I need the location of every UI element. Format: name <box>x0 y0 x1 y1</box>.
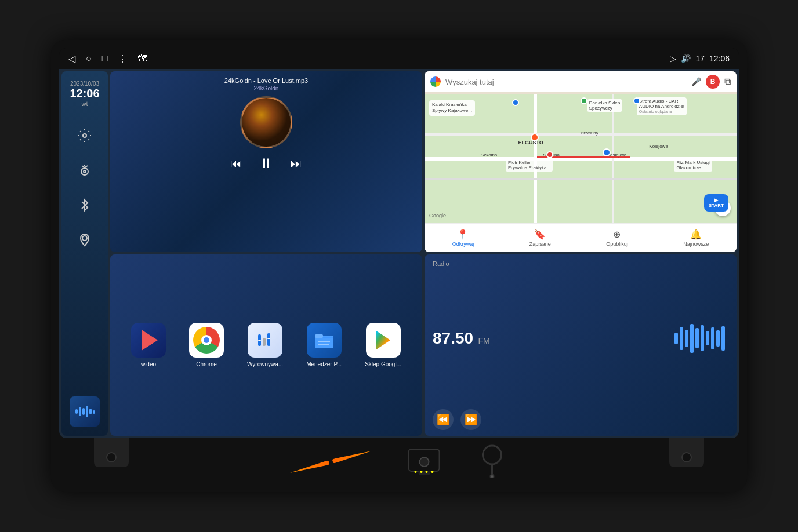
map-label-strefa: Strefa Audio - CARAUDIO na Androidzie!Os… <box>637 97 687 115</box>
map-pin-2 <box>581 97 587 104</box>
map-footer-najnowsze[interactable]: 🔔 Najnowsze <box>683 229 709 247</box>
map-search-bar[interactable]: 🎤 B ⧉ <box>425 71 737 92</box>
sound-wave-visualization <box>670 321 728 356</box>
map-pin-piotr <box>546 151 553 158</box>
app-chrome[interactable]: Chrome <box>189 323 224 367</box>
music-artist: 24kGoldn <box>254 85 279 92</box>
pause-button[interactable]: ⏸ <box>257 154 275 173</box>
svg-rect-10 <box>93 410 95 414</box>
map-footer-opublikuj[interactable]: ⊕ Opublikuj <box>606 229 628 247</box>
settings-button[interactable] <box>71 122 99 150</box>
radio-title: Radio <box>433 260 728 267</box>
google-logo: Google <box>429 213 446 218</box>
app-play-store[interactable]: Sklep Googl... <box>365 323 401 367</box>
map-label-brzeziny: Brzeziny <box>581 130 598 136</box>
audio-visualizer-button[interactable] <box>70 396 100 427</box>
playstore-app-icon <box>366 323 401 358</box>
svg-rect-13 <box>267 333 270 346</box>
app-file-manager[interactable]: Menedżer P... <box>306 323 342 367</box>
map-label-szkolna1: Szkolna <box>481 152 497 158</box>
svg-rect-5 <box>75 409 78 414</box>
backup-camera <box>408 449 440 475</box>
camera-lens <box>419 457 429 467</box>
google-maps-icon <box>430 76 441 87</box>
svg-point-4 <box>82 236 87 241</box>
radio-main: 87.50 FM <box>433 272 728 404</box>
svg-rect-9 <box>89 409 92 414</box>
sidebar-date: 2023/10/03 <box>64 81 106 87</box>
main-content: 2023/10/03 12:06 wt <box>59 69 739 438</box>
file-manager-app-label: Menedżer P... <box>306 361 342 367</box>
map-pin-krasiejow <box>603 148 611 156</box>
map-label-elgusto: ELGUSTO <box>518 140 543 145</box>
equalizer-app-icon <box>248 323 282 358</box>
folder-app-icon <box>307 323 342 358</box>
wave-bar-9 <box>716 330 720 347</box>
nav-buttons: ◁ ○ □ ⋮ 🗺 <box>68 53 147 64</box>
prev-track-button[interactable]: ⏮ <box>227 154 245 173</box>
volume-icon: 🔊 <box>681 54 691 63</box>
accessories <box>289 443 510 480</box>
radio-button[interactable] <box>71 156 99 184</box>
user-avatar[interactable]: B <box>706 75 720 89</box>
next-track-button[interactable]: ⏭ <box>287 154 306 173</box>
mic-icon[interactable]: 🎤 <box>691 77 701 86</box>
album-art <box>240 96 292 148</box>
home-button[interactable]: ○ <box>86 53 92 64</box>
wave-bar-5 <box>695 328 699 348</box>
pry-tool-1 <box>289 460 330 475</box>
wave-bar-3 <box>685 330 688 347</box>
radio-controls: ⏪ ⏩ <box>433 409 728 430</box>
google-maps[interactable]: 🎤 B ⧉ Kajaki Krasieńka -Spływy Kajakowe <box>425 71 737 252</box>
status-indicators: ▷ 🔊 17 12:06 <box>670 54 730 63</box>
frequency-number: 87.50 <box>433 329 473 347</box>
location-button[interactable] <box>71 226 99 254</box>
right-bracket <box>669 438 704 467</box>
start-navigation-button[interactable]: ▶ START <box>704 194 728 212</box>
playstore-app-label: Sklep Googl... <box>365 361 401 367</box>
layers-icon[interactable]: ⧉ <box>724 76 731 87</box>
map-label-kolejowa: Kolejowa <box>649 144 668 149</box>
map-footer-odkrywaj[interactable]: 📍 Odkrywaj <box>452 229 474 247</box>
map-pin-1 <box>512 99 519 106</box>
frequency-band: FM <box>478 336 490 345</box>
svg-rect-8 <box>86 406 88 417</box>
recent-button[interactable]: □ <box>102 53 108 64</box>
sidebar-day: wt <box>64 100 106 107</box>
maps-nav-button[interactable]: 🗺 <box>137 53 147 64</box>
horizontal-road-3 <box>425 178 737 180</box>
wave-bar-6 <box>701 325 704 351</box>
camera-leds <box>413 471 436 473</box>
bluetooth-button[interactable] <box>71 191 99 219</box>
map-label-danielka: Danielka SklepSpożywczy <box>587 99 622 112</box>
radio-panel: Radio 87.50 FM <box>425 254 737 435</box>
music-player: 24kGoldn - Love Or Lust.mp3 24kGoldn ⏮ ⏸… <box>110 71 422 252</box>
wave-bar-8 <box>711 327 714 349</box>
app-equalizer[interactable]: Wyrównywa... <box>247 323 283 367</box>
time-display: 12:06 <box>709 54 730 63</box>
volume-level: 17 <box>695 54 705 63</box>
car-head-unit: ◁ ○ □ ⋮ 🗺 ▷ 🔊 17 12:06 2023/10/03 12:06 … <box>51 40 747 492</box>
app-video[interactable]: wideo <box>131 323 166 367</box>
map-footer-zapisane[interactable]: 🔖 Zapisane <box>529 229 551 247</box>
radio-rewind-button[interactable]: ⏪ <box>433 409 454 430</box>
back-button[interactable]: ◁ <box>68 53 75 64</box>
map-pin-elgusto <box>531 133 539 141</box>
left-bracket <box>94 438 129 467</box>
pry-tools <box>289 449 372 475</box>
map-view[interactable]: Kajaki Krasieńka -Spływy Kajakowe... Dan… <box>425 94 737 223</box>
wave-bar-1 <box>674 333 678 344</box>
svg-rect-17 <box>315 334 323 338</box>
map-label-piotr: Piotr KellerPrywatna Praktyka... <box>506 159 553 172</box>
svg-rect-15 <box>267 338 270 339</box>
radio-forward-button[interactable]: ⏩ <box>460 409 481 430</box>
wave-bar-7 <box>706 331 709 345</box>
svg-rect-12 <box>263 338 266 346</box>
screen: ◁ ○ □ ⋮ 🗺 ▷ 🔊 17 12:06 2023/10/03 12:06 … <box>59 48 739 438</box>
wave-bar-2 <box>680 327 683 350</box>
sidebar-datetime: 2023/10/03 12:06 wt <box>61 76 108 112</box>
wifi-icon: ▷ <box>670 54 676 63</box>
map-search-input[interactable] <box>445 78 687 86</box>
more-button[interactable]: ⋮ <box>118 53 127 64</box>
vertical-road-2 <box>612 94 614 223</box>
